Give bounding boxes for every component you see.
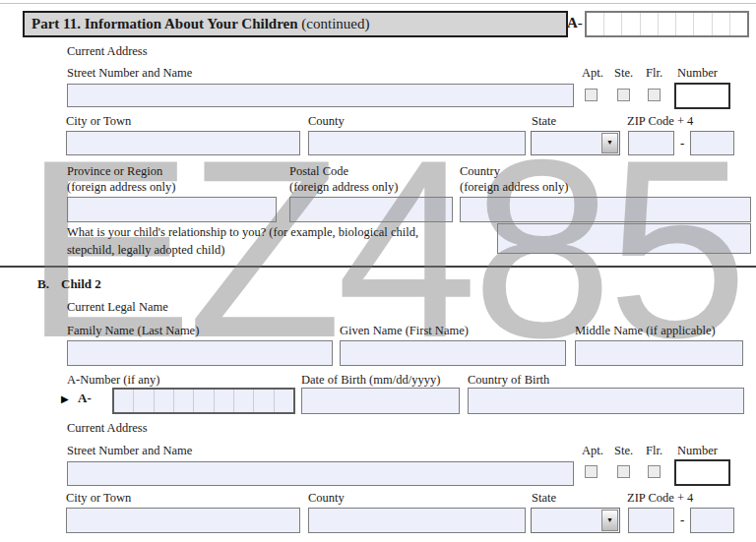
current-address-label-2: Current Address bbox=[67, 421, 148, 435]
unit-number-input-1[interactable] bbox=[674, 83, 730, 109]
zip-dash-1: - bbox=[680, 136, 684, 151]
a-number-cell bbox=[604, 13, 622, 35]
ste-checkbox-1[interactable] bbox=[617, 89, 630, 101]
apt-label-2: Apt. bbox=[582, 444, 603, 457]
dropdown-arrow-icon: ▼ bbox=[606, 517, 613, 524]
ste-checkbox-2[interactable] bbox=[617, 465, 630, 478]
street-input-1[interactable] bbox=[67, 84, 574, 107]
header-a-number-prefix: A- bbox=[567, 15, 583, 30]
relationship-question-line1: What is your child's relationship to you… bbox=[67, 225, 418, 239]
dropdown-arrow-icon: ▼ bbox=[606, 140, 613, 147]
current-address-label-1: Current Address bbox=[67, 44, 148, 58]
state-select-button-2[interactable]: ▼ bbox=[601, 510, 618, 531]
apt-label-1: Apt. bbox=[582, 66, 603, 80]
child2-a-number-input[interactable] bbox=[112, 388, 295, 414]
foreign-country-note: (foreign address only) bbox=[460, 180, 568, 194]
foreign-country-input[interactable] bbox=[460, 197, 751, 222]
zip-dash-2: - bbox=[680, 512, 684, 528]
street-label-2: Street Number and Name bbox=[67, 444, 192, 457]
zip-plus4-input-2[interactable] bbox=[690, 508, 734, 533]
a-number-cell bbox=[194, 390, 214, 412]
county-input-2[interactable] bbox=[308, 508, 526, 533]
a-number-cell bbox=[215, 390, 234, 412]
province-input[interactable] bbox=[67, 197, 277, 222]
a-number-cell bbox=[155, 390, 174, 412]
a-number-cell bbox=[694, 13, 712, 35]
postal-label: Postal Code bbox=[289, 164, 348, 178]
top-divider bbox=[0, 3, 756, 4]
state-label-1: State bbox=[532, 114, 556, 128]
a-number-label: A-Number (if any) bbox=[67, 373, 159, 387]
child-2-heading: Child 2 bbox=[61, 277, 101, 291]
zip-input-1[interactable] bbox=[628, 131, 674, 155]
given-name-label: Given Name (First Name) bbox=[340, 324, 469, 337]
a-number-cell bbox=[114, 390, 134, 412]
legal-name-label: Current Legal Name bbox=[67, 300, 168, 314]
country-of-birth-label: Country of Birth bbox=[468, 373, 549, 387]
relationship-input[interactable] bbox=[497, 223, 751, 254]
state-select-2[interactable]: ▼ bbox=[531, 508, 620, 533]
unit-number-input-2[interactable] bbox=[674, 459, 730, 486]
ste-label-2: Ste. bbox=[614, 444, 633, 457]
part-11-continued: (continued) bbox=[298, 16, 370, 31]
a-number-cell bbox=[659, 13, 676, 35]
flr-checkbox-2[interactable] bbox=[648, 465, 661, 478]
ste-label-1: Ste. bbox=[614, 66, 633, 80]
county-label-1: County bbox=[308, 114, 345, 128]
apt-checkbox-1[interactable] bbox=[585, 89, 598, 101]
arrow-icon: ▶ bbox=[61, 393, 69, 405]
foreign-country-label: Country bbox=[460, 164, 500, 178]
zip-plus4-input-1[interactable] bbox=[690, 131, 734, 155]
province-note: (foreign address only) bbox=[67, 180, 175, 194]
given-name-input[interactable] bbox=[340, 340, 566, 366]
city-input-2[interactable] bbox=[66, 508, 300, 533]
state-select-button-1[interactable]: ▼ bbox=[601, 133, 618, 153]
county-label-2: County bbox=[308, 491, 345, 505]
a-number-cell bbox=[174, 390, 194, 412]
state-select-1[interactable]: ▼ bbox=[531, 131, 620, 155]
city-label-2: City or Town bbox=[66, 491, 131, 505]
flr-checkbox-1[interactable] bbox=[648, 89, 661, 101]
a-number-cell bbox=[587, 13, 604, 35]
a-number-cell bbox=[254, 390, 274, 412]
dob-label: Date of Birth (mm/dd/yyyy) bbox=[301, 373, 440, 387]
part-11-header: Part 11. Information About Your Children… bbox=[23, 11, 568, 37]
postal-code-input[interactable] bbox=[289, 197, 453, 222]
family-name-label: Family Name (Last Name) bbox=[67, 324, 199, 337]
street-input-2[interactable] bbox=[67, 461, 574, 486]
middle-name-input[interactable] bbox=[575, 340, 743, 366]
state-label-2: State bbox=[532, 491, 556, 505]
zip-label-2: ZIP Code + 4 bbox=[627, 491, 693, 505]
dob-input[interactable] bbox=[301, 388, 460, 414]
a-number-cell bbox=[622, 13, 640, 35]
county-input-1[interactable] bbox=[308, 131, 526, 155]
a-number-cell bbox=[134, 390, 154, 412]
flr-label-1: Flr. bbox=[646, 66, 662, 80]
city-label-1: City or Town bbox=[66, 114, 131, 128]
a-number-cell bbox=[641, 13, 659, 35]
a-number-cell bbox=[234, 390, 254, 412]
child2-a-number-prefix: A- bbox=[78, 391, 92, 405]
a-number-cell bbox=[275, 390, 293, 412]
unit-number-label-1: Number bbox=[677, 66, 718, 80]
family-name-input[interactable] bbox=[67, 340, 333, 366]
postal-note: (foreign address only) bbox=[289, 180, 398, 194]
street-label-1: Street Number and Name bbox=[67, 66, 192, 80]
relationship-question-line2: stepchild, legally adopted child) bbox=[67, 243, 224, 257]
middle-name-label: Middle Name (if applicable) bbox=[575, 324, 716, 337]
province-label: Province or Region bbox=[67, 164, 162, 178]
unit-number-label-2: Number bbox=[677, 444, 718, 457]
a-number-cell bbox=[730, 13, 747, 35]
item-letter-b: B. bbox=[37, 277, 49, 291]
flr-label-2: Flr. bbox=[646, 444, 662, 457]
city-input-1[interactable] bbox=[66, 131, 300, 155]
part-11-title: Part 11. Information About Your Children bbox=[32, 16, 298, 31]
country-of-birth-input[interactable] bbox=[468, 388, 744, 414]
header-a-number-input[interactable] bbox=[585, 11, 749, 37]
form-page: Part 11. Information About Your Children… bbox=[0, 0, 756, 542]
section-divider bbox=[0, 266, 756, 268]
zip-input-2[interactable] bbox=[628, 508, 674, 533]
a-number-cell bbox=[713, 13, 730, 35]
apt-checkbox-2[interactable] bbox=[585, 465, 598, 478]
a-number-cell bbox=[676, 13, 694, 35]
